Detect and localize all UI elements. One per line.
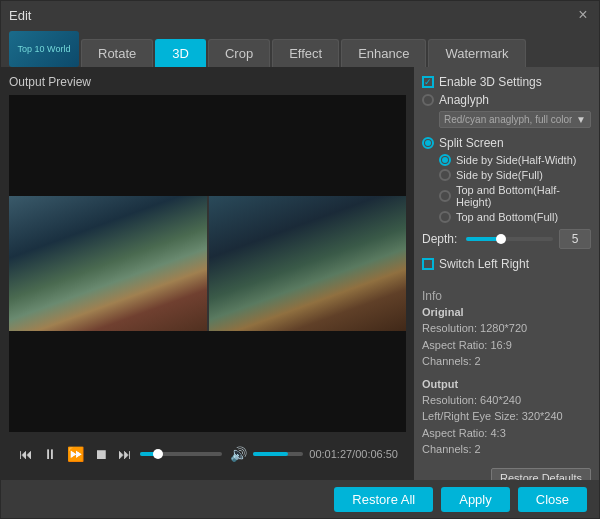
split-option-3[interactable]: Top and Bottom(Full) bbox=[439, 211, 591, 223]
split-screen-radio[interactable] bbox=[422, 137, 434, 149]
split-opt1-label: Side by Side(Full) bbox=[456, 169, 543, 181]
output-resolution: Resolution: 640*240 bbox=[422, 392, 591, 409]
tab-watermark[interactable]: Watermark bbox=[428, 39, 525, 67]
tab-3d[interactable]: 3D bbox=[155, 39, 206, 67]
volume-icon[interactable]: 🔊 bbox=[228, 444, 249, 464]
tab-effect[interactable]: Effect bbox=[272, 39, 339, 67]
output-label: Output bbox=[422, 378, 591, 390]
depth-slider-thumb bbox=[496, 234, 506, 244]
depth-slider[interactable] bbox=[466, 237, 553, 241]
split-opt0-radio[interactable] bbox=[439, 154, 451, 166]
split-opt2-radio[interactable] bbox=[439, 190, 451, 202]
split-screen-label: Split Screen bbox=[439, 136, 504, 150]
progress-thumb bbox=[153, 449, 163, 459]
progress-bar[interactable] bbox=[140, 452, 222, 456]
volume-fill bbox=[253, 452, 288, 456]
output-eye-size: Left/Right Eye Size: 320*240 bbox=[422, 408, 591, 425]
anaglyph-radio[interactable] bbox=[422, 94, 434, 106]
tab-crop[interactable]: Crop bbox=[208, 39, 270, 67]
window-title: Edit bbox=[9, 8, 31, 23]
video-split bbox=[9, 95, 406, 432]
depth-input[interactable]: 5 bbox=[559, 229, 591, 249]
original-aspect: Aspect Ratio: 16:9 bbox=[422, 337, 591, 354]
output-channels: Channels: 2 bbox=[422, 441, 591, 458]
anaglyph-dropdown[interactable]: Red/cyan anaglyph, full color ▼ bbox=[439, 111, 591, 128]
switch-lr-label: Switch Left Right bbox=[439, 257, 529, 271]
info-title: Info bbox=[422, 289, 591, 303]
enable-3d-checkbox[interactable] bbox=[422, 76, 434, 88]
split-opt2-label: Top and Bottom(Half-Height) bbox=[456, 184, 591, 208]
video-right-half bbox=[209, 196, 407, 331]
thumbnail-text: Top 10 World bbox=[9, 31, 79, 67]
split-option-2[interactable]: Top and Bottom(Half-Height) bbox=[439, 184, 591, 208]
split-option-0[interactable]: Side by Side(Half-Width) bbox=[439, 154, 591, 166]
enable-3d-label: Enable 3D Settings bbox=[439, 75, 542, 89]
anaglyph-value: Red/cyan anaglyph, full color bbox=[444, 114, 572, 125]
split-opt3-radio[interactable] bbox=[439, 211, 451, 223]
output-aspect: Aspect Ratio: 4:3 bbox=[422, 425, 591, 442]
title-bar-left: Edit bbox=[9, 8, 31, 23]
video-thumbnail[interactable]: Top 10 World bbox=[9, 31, 79, 67]
original-channels: Channels: 2 bbox=[422, 353, 591, 370]
split-opt1-radio[interactable] bbox=[439, 169, 451, 181]
restore-defaults-row: Restore Defaults bbox=[422, 468, 591, 481]
switch-lr-checkbox[interactable] bbox=[422, 258, 434, 270]
original-resolution: Resolution: 1280*720 bbox=[422, 320, 591, 337]
frame-forward-button[interactable]: ⏭ bbox=[116, 444, 134, 464]
play-button[interactable]: ⏩ bbox=[65, 444, 86, 464]
video-preview bbox=[9, 95, 406, 432]
split-opt0-label: Side by Side(Half-Width) bbox=[456, 154, 576, 166]
split-options: Side by Side(Half-Width) Side by Side(Fu… bbox=[439, 154, 591, 223]
pause-button[interactable]: ⏸ bbox=[41, 444, 59, 464]
depth-label: Depth: bbox=[422, 232, 460, 246]
time-display: 00:01:27/00:06:50 bbox=[309, 448, 398, 460]
edit-window: Edit × Top 10 World Rotate 3D Crop Effec… bbox=[0, 0, 600, 519]
volume-slider[interactable] bbox=[253, 452, 303, 456]
restore-all-button[interactable]: Restore All bbox=[334, 487, 433, 512]
switch-lr-row[interactable]: Switch Left Right bbox=[422, 257, 591, 271]
video-top-bar bbox=[9, 95, 406, 196]
main-content: Output Preview ⏮ ⏸ ⏩ ⏹ ⏭ bbox=[1, 67, 599, 480]
enable-3d-row[interactable]: Enable 3D Settings bbox=[422, 75, 591, 89]
volume-container: 🔊 bbox=[228, 444, 303, 464]
window-close-button[interactable]: × bbox=[575, 7, 591, 23]
anaglyph-label: Anaglyph bbox=[439, 93, 489, 107]
settings-panel: Enable 3D Settings Anaglyph Red/cyan ana… bbox=[414, 67, 599, 480]
split-screen-row[interactable]: Split Screen bbox=[422, 136, 591, 150]
anaglyph-dropdown-row: Red/cyan anaglyph, full color ▼ bbox=[439, 111, 591, 128]
preview-label: Output Preview bbox=[9, 75, 406, 89]
close-button[interactable]: Close bbox=[518, 487, 587, 512]
restore-defaults-button[interactable]: Restore Defaults bbox=[491, 468, 591, 481]
preview-area: Output Preview ⏮ ⏸ ⏩ ⏹ ⏭ bbox=[1, 67, 414, 480]
split-opt3-label: Top and Bottom(Full) bbox=[456, 211, 558, 223]
play-prev-button[interactable]: ⏮ bbox=[17, 444, 35, 464]
dropdown-arrow-icon: ▼ bbox=[576, 114, 586, 125]
title-bar: Edit × bbox=[1, 1, 599, 29]
controls-bar: ⏮ ⏸ ⏩ ⏹ ⏭ 🔊 00:01:27/00:06:50 bbox=[9, 436, 406, 472]
apply-button[interactable]: Apply bbox=[441, 487, 510, 512]
video-middle bbox=[9, 196, 406, 331]
original-label: Original bbox=[422, 306, 591, 318]
info-section: Info Original Resolution: 1280*720 Aspec… bbox=[422, 287, 591, 460]
stop-button[interactable]: ⏹ bbox=[92, 444, 110, 464]
video-bottom-bar bbox=[9, 331, 406, 432]
tab-bar: Top 10 World Rotate 3D Crop Effect Enhan… bbox=[1, 29, 599, 67]
depth-row: Depth: 5 bbox=[422, 229, 591, 249]
tab-rotate[interactable]: Rotate bbox=[81, 39, 153, 67]
tab-enhance[interactable]: Enhance bbox=[341, 39, 426, 67]
split-option-1[interactable]: Side by Side(Full) bbox=[439, 169, 591, 181]
bottom-bar: Restore All Apply Close bbox=[1, 480, 599, 518]
anaglyph-row[interactable]: Anaglyph bbox=[422, 93, 591, 107]
video-left-half bbox=[9, 196, 207, 331]
